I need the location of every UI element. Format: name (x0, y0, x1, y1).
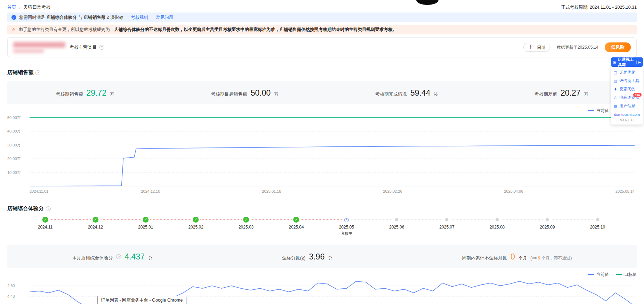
assessment-month-timeline: ✓2024.11✓2024.12✓2025.01✓2025.02✓2025.03… (7, 217, 637, 240)
check-icon: ✓ (193, 217, 199, 223)
svg-text:2025.02.26: 2025.02.26 (383, 189, 402, 193)
timeline-connector (150, 219, 191, 220)
timeline-month-2025.06: 2025.06 (389, 217, 404, 230)
wujie-optimize-icon: ▢ (613, 70, 618, 75)
faq-link[interactable]: 常见问题 (156, 15, 173, 21)
timeline-month-label: 2025.07 (439, 225, 454, 230)
assessment-period-text: 正式考核周期: 2024.11.01 - 2025.10.31 (561, 5, 637, 10)
risk-level-badge[interactable]: 低风险 (605, 42, 631, 52)
svg-text:2025.04.06: 2025.04.06 (504, 189, 523, 193)
toolbox-site-link[interactable]: diantoushi.com (613, 112, 641, 117)
timeline-month-2025.02: ✓2025.02 (188, 217, 203, 230)
user-info-icon: ▦ (613, 104, 618, 108)
svg-text:2025.01.18: 2025.01.18 (262, 189, 281, 193)
legend-dash-icon (616, 274, 622, 275)
experience-section-title: 店铺综合体验分 ? (7, 205, 637, 212)
dot-icon (546, 218, 549, 221)
svg-text:2024.11.01: 2024.11.01 (30, 189, 48, 193)
toolbox-body: ▢ 无界优化 ▤ 详情页工具 ✚ 卖家问答 ☆ 电商浏览器 new ▦ 用户信息… (611, 67, 643, 125)
category-card: 考核主营类目 ? 上一周期 数据更新于2025.05.14 低风险 (7, 37, 637, 57)
timeline-month-label: 2025.06 (389, 225, 404, 230)
category-label: 考核主营类目 (70, 44, 97, 50)
help-icon[interactable]: ? (99, 45, 104, 50)
timeline-connector (401, 219, 442, 220)
toolbox-item-user-info[interactable]: ▦ 用户信息 (613, 102, 641, 110)
taskbar-tooltip: 订单列表 - 网店业务中台 - Google Chrome (97, 296, 186, 304)
clock-icon: ◷ (344, 217, 349, 223)
failed-months-rule: (>= 6 个月，即不通过) (530, 255, 572, 261)
assessment-rules-link[interactable]: 考核规则 (131, 15, 148, 21)
stat-current-experience-score: 本月店铺综合体验分 ? 4.437 分 (72, 252, 152, 262)
info-banner: i 您需同时满足 店铺综合体验分 与 店铺销售额 2 项指标 考核规则 常见问题 (7, 13, 637, 22)
help-icon[interactable]: ? (116, 254, 121, 259)
redacted-line (13, 42, 65, 48)
timeline-month-label: 2025.01 (138, 225, 153, 230)
timeline-month-label: 2025.05 (339, 225, 354, 230)
help-icon[interactable]: ? (46, 206, 51, 211)
ecommerce-browser-icon: ☆ (613, 95, 618, 100)
sales-stats-bar: 考核期销售额 29.72 万 考核期目标销售额 50.00 万 考核期完成情况 … (7, 81, 637, 104)
dot-icon (496, 218, 499, 221)
check-icon: ✓ (92, 217, 98, 223)
timeline-month-2025.03: ✓2025.03 (239, 217, 253, 230)
sales-line-chart: 50.00万40.00万30.00万20.00万10.00万2024.11.01… (7, 115, 637, 196)
timeline-connector (552, 219, 593, 220)
legend-target-value: 目标值 (616, 272, 637, 278)
experience-stats-bar: 本月店铺综合体验分 ? 4.437 分 达标分数(≥) 3.96 分 周期内累计… (7, 245, 637, 268)
experience-title-text: 店铺综合体验分 (7, 205, 44, 212)
redacted-line (13, 49, 44, 53)
timeline-month-label: 2024.12 (88, 225, 103, 230)
check-icon: ✓ (143, 217, 148, 223)
breadcrumb-home-link[interactable]: 首页 (7, 4, 16, 10)
breadcrumb-separator: › (19, 5, 21, 10)
stat-passing-score: 达标分数(≥) 3.96 分 (282, 252, 332, 262)
toolbox-header[interactable]: ▣ 店透视工具箱 ▶ (611, 57, 643, 67)
stat-sales-gap: 考核期差值 20.27 万 (534, 88, 588, 98)
check-icon: ✓ (243, 217, 249, 223)
info-banner-text: 您需同时满足 店铺综合体验分 与 店铺销售额 2 项指标 (19, 15, 123, 21)
svg-text:10.00万: 10.00万 (7, 170, 21, 175)
legend-dash-icon (588, 274, 594, 275)
stat-sales-actual: 考核期销售额 29.72 万 (56, 88, 114, 98)
legend-dash-icon (588, 110, 594, 111)
breadcrumb: 首页 › 天猫日常考核 (7, 4, 50, 10)
svg-text:2024.12.10: 2024.12.10 (141, 189, 160, 193)
toolbox-version: v3.6.1 ↻ (613, 118, 641, 122)
svg-text:4.60: 4.60 (7, 283, 15, 288)
svg-text:4.48: 4.48 (7, 294, 15, 298)
refresh-icon[interactable]: ↻ (631, 118, 634, 122)
check-icon: ✓ (42, 217, 48, 223)
toolbox-item-detail-page-tool[interactable]: ▤ 详情页工具 (613, 77, 641, 85)
timeline-month-label: 2025.02 (188, 225, 203, 230)
timeline-month-2024.11: ✓2024.11 (38, 217, 53, 230)
timeline-connector (100, 219, 141, 220)
experience-chart-legend: 当前值 目标值 (7, 272, 637, 277)
toolbox-item-wujie-optimize[interactable]: ▢ 无界优化 (613, 69, 641, 76)
timeline-month-label: 2024.11 (38, 225, 53, 230)
new-badge: new (633, 93, 642, 97)
sales-section-title: 店铺销售额 ? (7, 69, 637, 76)
prev-period-button[interactable]: 上一周期 (523, 43, 550, 52)
stat-sales-target: 考核期目标销售额 50.00 万 (211, 88, 279, 98)
timeline-connector (502, 219, 543, 220)
seller-qa-icon: ✚ (613, 87, 618, 91)
svg-text:50.00万: 50.00万 (7, 115, 21, 120)
timeline-month-label: 2025.09 (540, 225, 555, 230)
legend-current-value: 当前值 (588, 272, 609, 278)
timeline-month-label: 2025.08 (490, 225, 505, 230)
timeline-month-2024.12: ✓2024.12 (88, 217, 103, 230)
timeline-connector (200, 219, 241, 220)
collapse-arrow-icon[interactable]: ▶ (636, 61, 641, 64)
sales-chart-legend: 当前值 目标值 (7, 108, 637, 113)
timeline-month-2025.10: 2025.10 (590, 217, 605, 230)
timeline-month-2025.08: 2025.08 (490, 217, 505, 230)
toolbox-icon: ▣ (613, 60, 616, 64)
toolbox-title: 店透视工具箱 (618, 57, 635, 67)
timeline-month-2025.01: ✓2025.01 (138, 217, 153, 230)
help-icon[interactable]: ? (35, 70, 40, 75)
toolbox-item-seller-qa[interactable]: ✚ 卖家问答 (613, 86, 641, 93)
data-updated-text: 数据更新于2025.05.14 (557, 45, 598, 50)
timeline-connector (50, 219, 91, 220)
dot-icon (445, 218, 449, 221)
toolbox-item-ecommerce-browser[interactable]: ☆ 电商浏览器 new (613, 94, 641, 101)
